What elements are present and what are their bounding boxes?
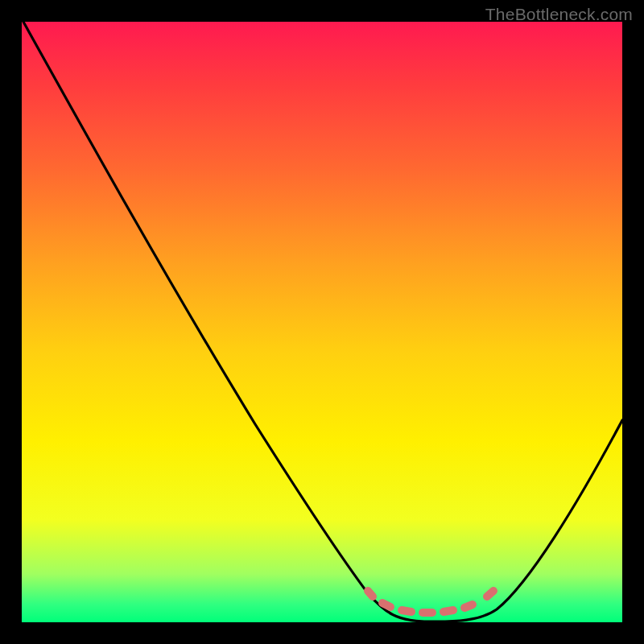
bottleneck-curve: [23, 22, 622, 621]
svg-line-6: [487, 591, 493, 597]
watermark-text: TheBottleneck.com: [485, 5, 633, 24]
plot-area: [22, 22, 622, 622]
svg-line-1: [382, 603, 390, 607]
highlight-band: [368, 591, 493, 613]
svg-line-4: [444, 610, 453, 612]
svg-line-2: [402, 610, 411, 612]
svg-line-5: [464, 605, 473, 608]
plot-svg: [22, 22, 622, 622]
svg-line-0: [368, 591, 373, 597]
chart-container: TheBottleneck.com: [0, 0, 644, 644]
